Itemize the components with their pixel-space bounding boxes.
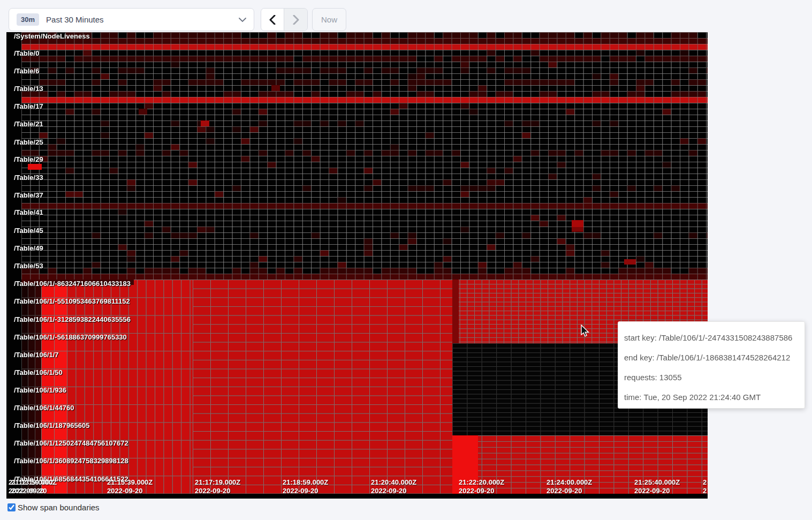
tooltip-end-key: end key: /Table/106/1/-18683814745282642… xyxy=(624,353,799,361)
toolbar: 30m Past 30 Minutes Now xyxy=(0,0,812,32)
time-window-badge: 30m xyxy=(17,13,39,26)
time-nav-group xyxy=(261,8,308,31)
previous-interval-button[interactable] xyxy=(261,9,284,31)
show-span-boundaries-label: Show span boundaries xyxy=(18,503,100,512)
footer: Show span boundaries xyxy=(7,503,100,512)
next-interval-button[interactable] xyxy=(284,9,307,31)
tooltip-requests: requests: 13055 xyxy=(624,373,799,381)
tooltip-time: time: Tue, 20 Sep 2022 21:24:40 GMT xyxy=(624,393,799,401)
key-visualizer: /System/NodeLiveness/Table/0/Table/6/Tab… xyxy=(6,32,708,499)
hover-tooltip: start key: /Table/106/1/-247433150824388… xyxy=(618,321,805,409)
key-visualizer-heatmap[interactable] xyxy=(6,32,708,499)
now-button[interactable]: Now xyxy=(312,8,346,31)
tooltip-start-key: start key: /Table/106/1/-247433150824388… xyxy=(624,334,799,342)
show-span-boundaries-checkbox[interactable] xyxy=(7,503,16,511)
chevron-right-icon xyxy=(293,15,299,25)
time-window-dropdown[interactable]: 30m Past 30 Minutes xyxy=(9,8,254,31)
time-window-label: Past 30 Minutes xyxy=(46,15,239,24)
chevron-down-icon xyxy=(239,16,246,24)
chevron-left-icon xyxy=(269,15,276,25)
